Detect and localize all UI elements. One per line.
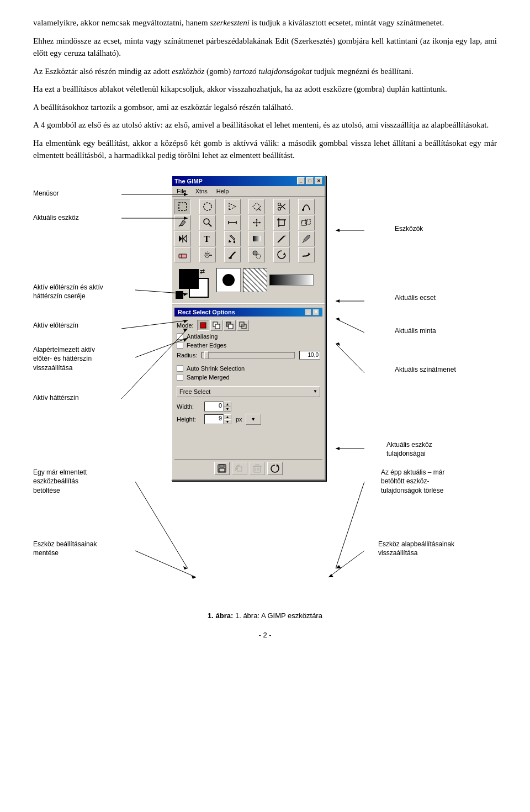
label-aktiv-eloterszin: Aktív előtérszín — [33, 321, 121, 330]
menu-file[interactable]: File — [174, 187, 189, 195]
auto-shrink-checkbox[interactable] — [177, 365, 183, 372]
mode-add[interactable] — [210, 320, 222, 331]
sample-merged-checkbox[interactable] — [177, 374, 183, 381]
gradient-preview[interactable] — [269, 275, 314, 286]
label-eszkozok: Eszközök — [395, 225, 497, 234]
feather-checkbox[interactable] — [177, 342, 183, 349]
save-preset-button[interactable] — [214, 462, 230, 475]
svg-line-4 — [258, 208, 261, 210]
menu-help[interactable]: Help — [214, 187, 231, 195]
maximize-button[interactable]: □ — [306, 177, 314, 184]
delete-preset-button[interactable] — [250, 462, 265, 475]
svg-line-91 — [328, 551, 364, 577]
svg-marker-76 — [336, 318, 340, 321]
label-aktualis-eszkoz-tul: Aktuális eszköztulajdonságai — [386, 440, 497, 459]
ink-tool[interactable] — [224, 247, 241, 262]
restore-preset-button[interactable] — [232, 462, 247, 475]
svg-rect-54 — [219, 468, 225, 472]
airbrush-tool[interactable] — [199, 247, 216, 262]
mode-intersect[interactable] — [237, 320, 249, 331]
height-spinbox: 9 ▲ ▼ — [204, 414, 231, 424]
text-tool[interactable]: T — [199, 231, 216, 246]
svg-point-36 — [206, 254, 208, 256]
options-minimize[interactable]: _ — [305, 309, 311, 315]
paintbrush-tool[interactable] — [298, 231, 315, 246]
height-increment[interactable]: ▲ — [224, 414, 231, 419]
width-input[interactable]: 0 — [204, 402, 224, 412]
width-increment[interactable]: ▲ — [224, 402, 231, 407]
close-button[interactable]: ✕ — [315, 177, 322, 184]
label-az-epp-aktualis: Az épp aktuális – márbetöltött eszköz-tu… — [381, 468, 497, 495]
paragraph-3: Az Eszköztár alsó részén mindig az adott… — [33, 65, 497, 78]
rect-select-tool[interactable] — [174, 199, 191, 214]
sample-merged-label: Sample Merged — [187, 374, 230, 381]
scissors-tool[interactable] — [273, 199, 290, 214]
flip-tool[interactable] — [174, 231, 191, 246]
para1-text: valamelyikre, akkor nemcsak megváltoztat… — [33, 18, 444, 27]
eraser-tool[interactable] — [174, 247, 191, 262]
bucket-fill-tool[interactable] — [224, 231, 241, 246]
foreground-color-swatch[interactable] — [179, 269, 199, 289]
swap-colors-button[interactable]: ⇄ — [200, 268, 205, 275]
svg-marker-2 — [229, 203, 236, 210]
svg-point-42 — [253, 251, 257, 255]
svg-marker-25 — [179, 235, 182, 242]
dropdown-row: Free Select ▼ — [174, 385, 322, 398]
convolve-tool[interactable] — [273, 247, 290, 262]
svg-rect-29 — [253, 236, 261, 241]
unit-dropdown[interactable]: ▼ — [246, 414, 261, 425]
tool-dropdown[interactable]: Free Select ▼ — [177, 386, 320, 397]
antialiasing-row: Antialiasing — [174, 332, 322, 341]
width-row: Width: 0 ▲ ▼ — [174, 400, 322, 413]
smudge-tool[interactable] — [298, 247, 315, 262]
label-menusor: Menüsor — [33, 189, 121, 198]
reset-defaults-button[interactable] — [267, 462, 283, 475]
free-select-tool[interactable] — [224, 199, 241, 214]
menu-xtns[interactable]: Xtns — [193, 187, 210, 195]
mode-subtract[interactable] — [224, 320, 236, 331]
svg-marker-31 — [284, 235, 285, 237]
magnify-tool[interactable] — [199, 215, 216, 230]
color-picker-tool[interactable] — [174, 215, 191, 230]
label-aktualis-ecset: Aktuális ecset — [395, 294, 497, 303]
antialiasing-checkbox[interactable] — [177, 333, 183, 340]
svg-rect-33 — [179, 254, 187, 258]
width-decrement[interactable]: ▼ — [224, 407, 231, 412]
gimp-menubar: File Xtns Help — [172, 186, 325, 197]
height-decrement[interactable]: ▼ — [224, 419, 231, 424]
blend-tool[interactable] — [248, 231, 265, 246]
svg-marker-86 — [183, 566, 188, 570]
svg-point-1 — [204, 203, 211, 210]
default-colors-button[interactable] — [176, 291, 183, 299]
radius-input[interactable]: 10,0 — [299, 351, 320, 360]
auto-shrink-label: Auto Shrink Selection — [187, 365, 245, 372]
height-input[interactable]: 9 — [204, 414, 224, 424]
svg-point-39 — [207, 251, 208, 252]
page: valamelyikre, akkor nemcsak megváltoztat… — [0, 0, 530, 812]
height-unit: px — [236, 416, 242, 423]
fuzzy-select-tool[interactable] — [248, 199, 265, 214]
svg-marker-84 — [336, 447, 340, 450]
radius-slider[interactable] — [202, 352, 295, 358]
crop-tool[interactable] — [273, 215, 290, 230]
svg-point-43 — [256, 254, 261, 259]
para2-text: Ehhez mindössze az ecset, minta vagy szí… — [33, 36, 497, 58]
measure-tool[interactable] — [224, 215, 241, 230]
label-alapertelmezett: Alapértelmezett aktívelőtér- és háttérsz… — [33, 345, 135, 373]
pencil-tool[interactable] — [273, 231, 290, 246]
clone-tool[interactable] — [248, 247, 265, 262]
paths-tool[interactable] — [298, 199, 315, 214]
ellipse-select-tool[interactable] — [199, 199, 216, 214]
options-close[interactable]: ✕ — [312, 309, 319, 315]
svg-marker-26 — [183, 235, 187, 242]
brush-preview[interactable] — [216, 268, 241, 292]
svg-point-5 — [278, 203, 281, 205]
pattern-preview[interactable] — [243, 268, 267, 292]
svg-point-40 — [209, 252, 210, 254]
svg-line-85 — [135, 482, 188, 568]
page-number: - 2 - — [33, 631, 497, 639]
mode-replace[interactable] — [197, 320, 209, 331]
minimize-button[interactable]: _ — [297, 177, 305, 184]
transform-tool[interactable] — [298, 215, 315, 230]
move-tool[interactable] — [248, 215, 265, 230]
